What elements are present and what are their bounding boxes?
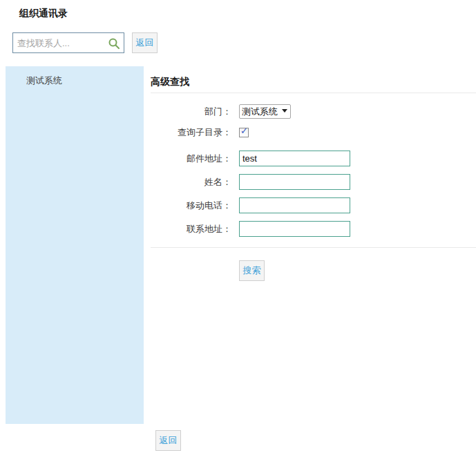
form-divider (151, 247, 476, 248)
department-select-wrap: 测试系统 (239, 104, 291, 119)
back-button-bottom[interactable]: 返回 (155, 430, 181, 451)
main-panel: 高级查找 (151, 72, 476, 88)
form-row-name: 姓名： (151, 174, 350, 190)
mobile-field[interactable] (239, 197, 350, 213)
search-input-wrap (12, 32, 124, 53)
form-row-address: 联系地址： (151, 221, 350, 237)
department-label: 部门： (151, 106, 231, 118)
checkmark-icon: ✓ (240, 126, 248, 136)
sidebar: 测试系统 (6, 66, 144, 424)
address-label: 联系地址： (151, 223, 231, 235)
name-label: 姓名： (151, 176, 231, 188)
subdirectory-label: 查询子目录： (151, 126, 231, 139)
page-title: 组织通讯录 (19, 8, 68, 20)
mobile-label: 移动电话： (151, 200, 231, 212)
form-row-mobile: 移动电话： (151, 197, 350, 213)
search-input[interactable] (13, 33, 124, 52)
form-row-subdirectory: 查询子目录： ✓ (151, 126, 249, 139)
form-row-department: 部门： 测试系统 (151, 104, 291, 119)
sidebar-item-test-system[interactable]: 测试系统 (6, 66, 144, 87)
address-field[interactable] (239, 221, 350, 237)
search-button[interactable]: 搜索 (239, 260, 265, 281)
search-icon[interactable] (108, 37, 120, 50)
subdirectory-checkbox[interactable]: ✓ (239, 128, 249, 137)
email-field[interactable] (239, 151, 350, 166)
heading-divider (151, 93, 476, 93)
advanced-search-heading: 高级查找 (151, 76, 476, 88)
department-select[interactable]: 测试系统 (239, 104, 291, 119)
form-row-email: 邮件地址： (151, 151, 350, 166)
email-label: 邮件地址： (151, 153, 231, 165)
back-button-top[interactable]: 返回 (132, 32, 158, 53)
name-field[interactable] (239, 174, 350, 190)
